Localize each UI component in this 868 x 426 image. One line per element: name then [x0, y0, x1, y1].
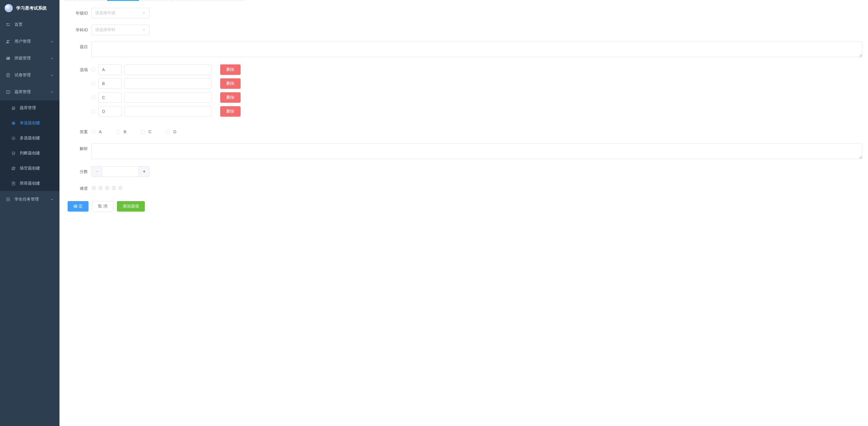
sidebar-item-label: 试卷管理: [14, 72, 50, 78]
option-text-input[interactable]: [124, 92, 212, 103]
increase-button[interactable]: [139, 166, 149, 177]
decrease-button[interactable]: [91, 166, 102, 177]
form-item-analysis: 解析: [65, 143, 862, 160]
sidebar-item-student-task[interactable]: 学生任务管理: [0, 191, 59, 208]
sidebar-item-label: 学生任务管理: [14, 197, 50, 202]
star-icon[interactable]: [98, 185, 103, 191]
sidebar-item-short-answer[interactable]: 简答题创建: [0, 176, 59, 191]
radio-icon: [91, 130, 95, 134]
select-placeholder: 请选择学科: [95, 27, 116, 32]
brand-name: 学习星考试系统: [16, 5, 47, 11]
task-icon: [6, 197, 10, 202]
answer-label: C: [149, 129, 151, 134]
confirm-button[interactable]: 确 定: [68, 201, 89, 212]
label-question: 题目: [65, 41, 91, 52]
label-difficulty: 难度: [65, 183, 91, 193]
answer-choice[interactable]: C: [141, 129, 151, 134]
answer-choice[interactable]: B: [116, 129, 126, 134]
sidebar-item-bank-manage[interactable]: 题库管理: [0, 100, 59, 116]
logo-area: 学习星考试系统: [0, 0, 59, 16]
sidebar-item-label: 题库管理: [14, 89, 50, 95]
sidebar-item-label: 单选题创建: [20, 120, 54, 126]
sidebar-item-home[interactable]: 首页: [0, 16, 59, 33]
option-radio[interactable]: [91, 110, 95, 114]
sidebar-item-class[interactable]: 班级管理: [0, 50, 59, 67]
option-letter-input[interactable]: [98, 64, 122, 75]
select-subject[interactable]: 请选择学科: [91, 25, 149, 35]
sidebar-item-label: 班级管理: [14, 56, 50, 61]
textarea-question[interactable]: [91, 41, 862, 57]
star-icon[interactable]: [91, 185, 96, 191]
delete-option-button[interactable]: 删除: [220, 78, 241, 89]
option-text-input[interactable]: [124, 106, 212, 117]
answer-label: D: [174, 129, 176, 134]
chevron-down-icon: [142, 28, 146, 32]
sidebar-item-fill[interactable]: 填空题创建: [0, 161, 59, 176]
sidebar-item-paper[interactable]: 试卷管理: [0, 67, 59, 84]
svg-rect-3: [6, 57, 10, 60]
option-radio[interactable]: [91, 95, 95, 99]
option-text-input[interactable]: [124, 78, 212, 89]
star-icon[interactable]: [118, 185, 123, 191]
sidebar-item-judge[interactable]: 判断题创建: [0, 146, 59, 161]
form-item-options: 选项 删除 删除: [65, 64, 862, 120]
document-icon: [11, 181, 16, 186]
answer-choice[interactable]: A: [91, 129, 101, 134]
option-letter-input[interactable]: [98, 92, 122, 103]
sidebar-item-label: 首页: [14, 22, 54, 27]
shield-icon: [11, 151, 16, 156]
users-icon: [6, 39, 10, 44]
form-item-score: 分数: [65, 166, 862, 177]
paper-icon: [6, 73, 10, 78]
svg-point-1: [7, 40, 8, 41]
answer-choice[interactable]: D: [166, 129, 176, 134]
option-row: 删除: [91, 78, 862, 89]
toolbar-fragments: [65, 0, 862, 1]
radio-icon: [141, 130, 145, 134]
label-subject: 学科ID: [65, 25, 91, 35]
option-letter-input[interactable]: [98, 106, 122, 117]
sidebar-item-users[interactable]: 用户管理: [0, 33, 59, 50]
checkbox-icon: [11, 136, 16, 141]
chevron-down-icon: [142, 11, 146, 16]
option-letter-input[interactable]: [98, 78, 122, 89]
option-text-input[interactable]: [124, 64, 212, 75]
delete-option-button[interactable]: 删除: [220, 106, 241, 117]
chevron-down-icon: [50, 73, 54, 77]
sidebar-item-label: 多选题创建: [20, 135, 54, 141]
svg-point-2: [8, 40, 9, 41]
sidebar-item-label: 题库管理: [20, 105, 54, 111]
sidebar-item-label: 填空题创建: [20, 166, 54, 171]
svg-point-0: [6, 23, 8, 25]
sidebar-item-label: 判断题创建: [20, 151, 54, 156]
add-option-button[interactable]: 添加选项: [117, 201, 145, 212]
chevron-up-icon: [50, 90, 54, 94]
score-input[interactable]: [102, 166, 139, 177]
sidebar-item-question-bank[interactable]: 题库管理: [0, 84, 59, 100]
score-stepper: [91, 166, 862, 177]
option-row: 删除: [91, 92, 862, 103]
label-options: 选项: [65, 64, 91, 75]
class-icon: [6, 56, 10, 61]
select-placeholder: 请选择年级: [95, 10, 116, 16]
svg-point-10: [12, 137, 15, 140]
logo-icon: [5, 4, 13, 12]
book-icon: [6, 90, 10, 94]
select-grade[interactable]: 请选择年级: [91, 8, 149, 18]
sidebar-item-multi-choice[interactable]: 多选题创建: [0, 130, 59, 146]
radio-icon: [11, 121, 16, 125]
option-radio[interactable]: [91, 68, 95, 72]
textarea-analysis[interactable]: [91, 143, 862, 159]
delete-option-button[interactable]: 删除: [220, 92, 241, 103]
chevron-down-icon: [50, 40, 54, 43]
cancel-button[interactable]: 取 消: [92, 201, 114, 212]
sidebar-item-single-choice[interactable]: 单选题创建: [0, 116, 59, 130]
star-icon[interactable]: [112, 185, 116, 191]
sidebar: 学习星考试系统 首页 用户管理 班级管理: [0, 0, 59, 426]
option-row: 删除: [91, 64, 862, 75]
delete-option-button[interactable]: 删除: [220, 64, 241, 75]
star-icon[interactable]: [105, 185, 110, 191]
option-radio[interactable]: [91, 82, 95, 86]
pencil-icon: [11, 166, 16, 171]
submenu-question-bank: 题库管理 单选题创建 多选题创建 判断题创建: [0, 100, 59, 191]
